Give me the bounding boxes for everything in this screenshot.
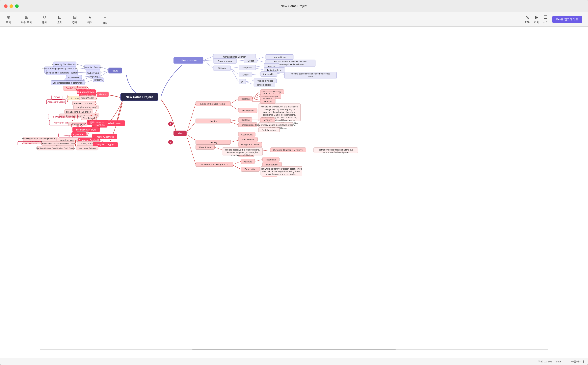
svg-text:CyberPunk: CyberPunk [241,133,253,136]
pitch-button[interactable]: ▶ 피치 [534,15,539,24]
svg-text:something's off this time.: something's off this time. [231,154,254,156]
svg-text:UI: UI [241,80,243,83]
style-button[interactable]: ☰ 서식 [543,15,548,24]
zen-button[interactable]: ⤡ ZEN [525,15,530,24]
svg-text:Stardew Valley / Dead Cells / : Stardew Valley / Dead Cells / Don't Star… [36,147,75,149]
svg-text:2: 2 [170,141,171,144]
svg-text:Godot: Godot [248,59,254,62]
svg-text:Survival: Survival [264,100,272,103]
topic-icon: ⊕ [7,15,10,20]
svg-text:new to Godot: new to Godot [273,56,286,58]
zoom-arrows[interactable]: ⌃⌄ [563,360,567,363]
svg-text:Roguelite: Roguelite [266,158,276,161]
toolbar-boundary[interactable]: ⊟ 경계 [72,15,77,24]
svg-text:Genre: Genre [99,93,106,96]
toolbar-topic[interactable]: ⊕ 주제 [6,15,11,24]
svg-text:Hashtag: Hashtag [209,120,217,122]
zen-icon: ⤡ [526,15,529,20]
svg-text:Description: Description [245,168,256,170]
insert-label: 삽입 [103,21,108,25]
svg-text:You are the only survivor of a: You are the only survivor of a massacred [261,106,297,108]
svg-text:Dystopian Survival?: Dystopian Survival? [79,139,99,141]
svg-text:Mystery: Mystery [264,119,272,121]
svg-text:Side Scroller: Side Scroller [241,138,255,141]
svg-text:as well as when you are awake.: as well as when you are awake. [266,173,296,175]
zoom-value: 56% [556,360,561,363]
svg-text:inspired by Napolitan story: inspired by Napolitan story [52,63,78,65]
svg-text:CyberPunk: CyberPunk [87,71,99,74]
svg-text:going against corporate / syst: going against corporate / system [46,71,78,74]
svg-text:Mystery?: Mystery? [90,75,100,78]
svg-text:limited palette: limited palette [257,84,272,86]
svg-text:will do my best: will do my best [257,79,273,82]
svg-text:Precision / Control?: Precision / Control? [74,102,93,105]
svg-text:Simulation?: Simulation? [83,117,95,119]
toolbar-marker[interactable]: ★ 마커 [87,15,92,24]
svg-text:complex story: complex story [76,106,90,108]
svg-text:impossible: impossible [263,73,274,75]
svg-text:Hashtag: Hashtag [241,119,249,121]
main-window: New Game Project ⊕ 주제 ⊞ 하위 주제 ↺ 관계 ⊡ 요약 … [0,0,588,365]
boundary-icon: ⊟ [73,15,77,20]
topic-label: 주제 [6,21,11,24]
svg-text:Graphics: Graphics [242,66,252,69]
svg-text:What I want: What I want [108,122,121,125]
svg-text:can be incorporated in other s: can be incorporated in other stories [51,82,84,84]
svg-text:You are detective in a futuris: You are detective in a futuristic world. [225,148,260,151]
svg-text:Description: Description [199,146,211,148]
svg-text:Pixel Art: Pixel Art [75,124,83,127]
pitch-label: 피치 [534,21,539,24]
svg-text:underground city. Your only wa: underground city. Your only way of [264,108,295,111]
svg-text:already done in last project: already done in last project [66,111,91,113]
close-button[interactable] [4,4,7,8]
svg-text:A murder happened, as usual, b: A murder happened, as usual, but [227,151,258,154]
svg-text:SideScroller: SideScroller [266,163,278,166]
toolbar-insert[interactable]: ＋ 삽입 [103,14,108,25]
toolbar-relation[interactable]: ↺ 관계 [42,15,47,24]
svg-text:Music: Music [242,73,249,76]
toolbar-subtopic[interactable]: ⊞ 하위 주제 [21,15,32,24]
relation-label: 관계 [42,21,47,24]
relation-icon: ↺ [43,15,47,20]
zen-label: ZEN [525,21,530,24]
svg-text:Surviving through gathering no: Surviving through gathering notes & info [22,137,60,140]
svg-text:pixel art: pixel art [267,65,276,67]
svg-text:Description: Description [242,124,254,126]
traffic-lights [4,4,19,8]
svg-text:Hashtag: Hashtag [244,160,252,163]
toolbar-right: ⤡ ZEN ▶ 피치 ☰ 서식 Pro로 업그레이드 [525,15,582,24]
marker-icon: ★ [88,15,92,20]
toolbar-summary[interactable]: ⊡ 요약 [57,15,62,24]
svg-text:Prerequisites: Prerequisites [181,59,197,62]
svg-text:survival is through what other: survival is through what others have [263,111,296,113]
style-icon: ☰ [544,15,548,20]
subtopic-label: 하위 주제 [21,21,32,24]
zoom-level: 56% ⌃⌄ [556,360,567,363]
pro-upgrade-button[interactable]: Pro로 업그레이드 [552,16,582,23]
svg-text:limited palette: limited palette [267,69,282,71]
maximize-button[interactable] [15,4,19,8]
svg-text:Dungeon Crawler + Mystery?: Dungeon Crawler + Mystery? [273,149,303,151]
svg-text:Description: Description [242,109,254,112]
svg-text:This War of Mine: This War of Mine [52,121,70,124]
minimize-button[interactable] [9,4,13,8]
svg-text:Other: Other [108,143,115,146]
svg-text:survive through gathering note: survive through gathering notes & info [42,67,78,70]
svg-text:Roguelike/: Roguelike/ [77,86,86,88]
svg-text:Idea: Idea [178,132,183,135]
pitch-icon: ▶ [535,15,538,20]
mindmap-canvas[interactable]: .node-box { rx: 6; ry: 6; } text { font-… [0,27,588,358]
svg-text:Open World?: Open World? [81,97,94,99]
svg-text:1: 1 [170,123,171,125]
svg-text:Story: Story [112,69,118,72]
insert-icon: ＋ [103,14,107,20]
svg-text:No Umbrellas Allowed: No Umbrellas Allowed [51,115,74,118]
svg-text:{: { [76,85,78,93]
svg-text:Cozy mystery around a cozy tow: Cozy mystery around a cozy town. Discove… [255,124,296,126]
scrollbar-thumb[interactable] [192,349,396,350]
svg-text:Napolitan story: Napolitan story [60,139,75,141]
layout-name[interactable]: 아웃라이너 [571,360,584,363]
marker-label: 마커 [87,21,92,24]
svg-text:Mystery?: Mystery? [94,79,103,81]
scrollbar-horizontal[interactable] [40,349,548,350]
